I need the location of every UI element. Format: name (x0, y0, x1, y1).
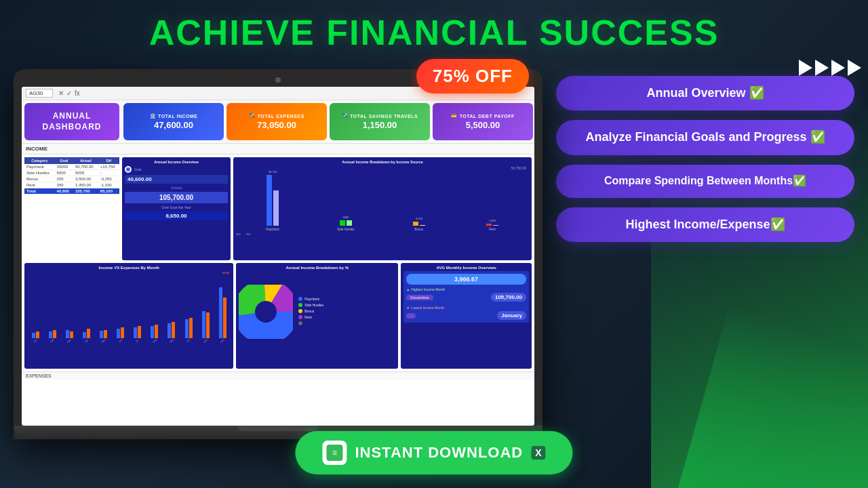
bars-dec (219, 287, 226, 338)
dashboard-header: ANNUAL DASHBOARD 🏦 TOTAL INCOME 47,600.0… (22, 100, 534, 144)
legend-rent-dot (298, 315, 302, 319)
legend-rent: Rent (298, 315, 323, 319)
expense-bar-mar (70, 331, 73, 338)
formula-icons: ✕ ✓ fx (58, 89, 80, 97)
col-dif: Dif (98, 157, 119, 164)
cat-bonus: Bonus (24, 176, 55, 182)
bars-sep (167, 322, 175, 338)
income-section-label: INCOME (22, 144, 534, 155)
laptop-screen: AG30 ✕ ✓ fx ANNUAL DASHBOARD (22, 87, 534, 426)
sheets-icon-wrapper: ≡ (322, 441, 347, 465)
month-label-feb: Feb (50, 339, 55, 344)
income-breakdown-source-chart: Annual Income Breakdown by Income Source… (233, 157, 532, 260)
source-bar-chart: 50,750 Paycheck 5000 (236, 170, 529, 231)
feature-highest-income[interactable]: Highest Income/Expense✅ (556, 207, 854, 242)
month-label-jul: Jul (136, 339, 140, 343)
expense-bar-jan (36, 331, 39, 338)
pie-container: Paycheck Side Hustles Bonu (239, 271, 395, 352)
breakdown-source-title: Annual Income Breakdown by Income Source (236, 160, 529, 164)
paycheck-bar-goal (273, 190, 279, 226)
income-breakdown-pie-chart: Annual Income Breakdown by % (236, 263, 398, 369)
highest-label: ▲ Highest Income Month (406, 287, 526, 291)
download-bar[interactable]: ≡ INSTANT DOWNLOAD X (295, 431, 572, 474)
bar-group-jan: Jan (27, 331, 43, 342)
annual-income-overview-chart: Annual Income Overview Goal 40,600.00 Ac… (122, 157, 231, 260)
bars-jan (32, 331, 39, 338)
expenses-label: EXPENSES (26, 373, 52, 378)
total-debt-value: 5,500.00 (466, 120, 500, 130)
bar-group-may: May (95, 330, 111, 342)
income-bar-dec (219, 287, 222, 338)
expense-bar-apr (87, 329, 90, 338)
bar-group-feb: Feb (44, 330, 60, 342)
close-icon: ✕ (58, 89, 64, 97)
pie-legend: Paycheck Side Hustles Bonu (298, 297, 323, 327)
laptop-container: 75% OFF AG30 ✕ ✓ fx (14, 69, 542, 439)
total-income-label: 🏦 TOTAL INCOME (150, 113, 198, 119)
google-sheets-icon: ≡ (326, 445, 342, 461)
bonus-bar-actual (413, 222, 418, 226)
total-expenses-value: 73,050.00 (257, 120, 296, 130)
bars-jun (117, 327, 124, 338)
income-vs-title: Income VS Expenses By Month (27, 266, 231, 270)
download-label: INSTANT DOWNLOAD (355, 444, 523, 462)
bar-group-oct: Oct (180, 318, 197, 342)
legend-bonus: Bonus (298, 309, 323, 313)
bars-feb (49, 330, 56, 338)
income-bar-jun (117, 329, 120, 338)
expense-bar-jul (138, 326, 141, 338)
formula-icon: fx (75, 89, 80, 97)
feature-analyze-goals[interactable]: Analyze Financial Goals and Progress ✅ (556, 120, 854, 155)
legend-other-dot (298, 321, 302, 325)
hustles-bar-actual (340, 220, 345, 226)
bars-nov (202, 311, 210, 338)
laptop: AG30 ✕ ✓ fx ANNUAL DASHBOARD (14, 69, 542, 439)
month-label-may: May (101, 338, 106, 344)
total-savings-value: 1,150.00 (363, 120, 397, 130)
actual-value: 105,700.00 (125, 192, 228, 203)
income-bar-nov (202, 311, 205, 338)
expense-bar-nov (206, 312, 210, 338)
over-goal-label: Over Goal this Year (125, 205, 228, 209)
lowest-month-tag: - (406, 313, 416, 319)
month-label-mar: Mar (67, 339, 72, 344)
feature-compare-spending[interactable]: Compare Spending Between Months✅ (556, 165, 854, 198)
income-charts-row: Category Goal Actual Dif Paychec (22, 155, 534, 263)
legend-side-hustles: Side Hustles (298, 303, 323, 307)
total-expenses-label: ✈️ TOTAL EXPENSES (249, 113, 304, 119)
income-bar-apr (83, 332, 86, 338)
income-table: Category Goal Actual Dif Paychec (24, 157, 119, 260)
pie-chart-title: Annual Income Breakdown by % (239, 266, 395, 270)
month-label-dec: Dec (220, 339, 225, 344)
spreadsheet: AG30 ✕ ✓ fx ANNUAL DASHBOARD (22, 87, 534, 426)
bar-group-nov: Nov (197, 311, 214, 342)
check-icon: ✓ (66, 89, 72, 97)
total-savings-label: ✈️ TOTAL SAVINGS TRAVELS (342, 113, 418, 119)
bar-group-aug: Aug (146, 325, 163, 342)
main-row: 75% OFF AG30 ✕ ✓ fx (0, 69, 868, 488)
col-goal: Goal (55, 157, 73, 164)
cat-side-hustles: Side Hustles (24, 170, 55, 176)
col-actual: Actual (73, 157, 98, 164)
feature-annual-overview[interactable]: Annual Overview ✅ (556, 76, 854, 110)
table-row: Rent 350 1,450.00 -1,100 (24, 182, 119, 188)
laptop-camera (275, 77, 281, 83)
avg-monthly-chart: AVG Monthly Income Overview 3,966.67 ▲ H… (401, 263, 532, 369)
cat-rent: Rent (24, 182, 55, 188)
col-category: Category (24, 157, 55, 164)
legend-other (298, 321, 323, 325)
lowest-month-value: January (497, 311, 526, 320)
month-label-apr: Apr (84, 339, 89, 344)
source-side-hustles: 5000 Side Hustles (312, 216, 380, 231)
bars-may (100, 330, 107, 338)
excel-icon: X (531, 446, 545, 460)
source-bonus: 3,500 Bonus (385, 217, 453, 231)
source-rent: 1,460 Rent (458, 219, 526, 231)
bar-group-jun: Jun (113, 327, 129, 342)
legend-paycheck: Paycheck (298, 297, 323, 301)
expense-bar-may (104, 330, 107, 338)
dashboard-title-cell: ANNUAL DASHBOARD (24, 103, 119, 140)
income-bar-jan (32, 333, 35, 338)
bank-icon: 🏦 (150, 113, 157, 119)
over-goal-value: 8,650.00 (125, 211, 228, 220)
